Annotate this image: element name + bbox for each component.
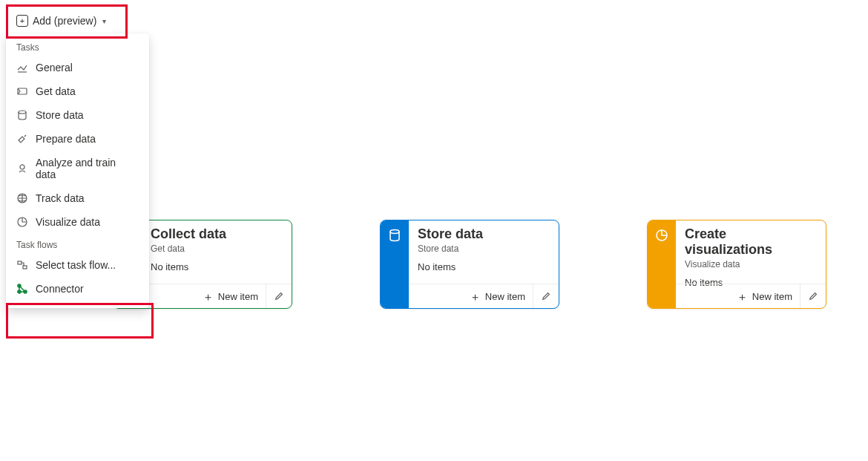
menu-section-tasks: Tasks [6, 36, 149, 56]
menu-item-label: Prepare data [36, 133, 96, 145]
svg-point-2 [20, 165, 24, 169]
menu-item-label: Analyze and train data [36, 157, 139, 180]
card-footer: ＋ New item [676, 284, 826, 308]
card-subtitle: Visualize data [685, 259, 817, 269]
track-data-icon [16, 192, 28, 204]
svg-rect-5 [18, 261, 22, 264]
connector-icon [16, 283, 28, 295]
svg-point-9 [18, 290, 21, 293]
menu-item-get-data[interactable]: Get data [6, 79, 149, 103]
card-footer: ＋ New item [409, 284, 559, 308]
menu-item-visualize[interactable]: Visualize data [6, 210, 149, 234]
menu-section-task-flows: Task flows [6, 234, 149, 253]
menu-item-label: Connector [36, 283, 84, 295]
card-subtitle: Store data [418, 243, 550, 254]
visualize-icon [16, 216, 28, 228]
menu-item-label: General [36, 62, 73, 73]
plus-box-icon: + [16, 15, 28, 27]
menu-item-select-task-flow[interactable]: Select task flow... [6, 253, 149, 277]
menu-item-store-data[interactable]: Store data [6, 103, 149, 127]
plus-icon: ＋ [470, 291, 481, 302]
new-item-label: New item [218, 291, 258, 302]
card-status: No items [151, 261, 283, 272]
plus-icon: ＋ [203, 291, 214, 302]
edit-button[interactable] [800, 284, 826, 308]
card-accent [648, 220, 676, 308]
card-title: Store data [418, 226, 550, 242]
card-title: Collect data [151, 226, 283, 242]
svg-point-7 [18, 284, 21, 287]
general-icon [16, 62, 28, 73]
menu-item-label: Track data [36, 192, 85, 204]
card-subtitle: Get data [151, 243, 283, 254]
edit-button[interactable] [266, 284, 292, 308]
menu-item-general[interactable]: General [6, 56, 149, 79]
prepare-data-icon [16, 133, 28, 145]
edit-button[interactable] [533, 284, 559, 308]
card-footer: ＋ New item [142, 284, 292, 308]
store-data-icon [16, 109, 28, 121]
new-item-button[interactable]: ＋ New item [409, 284, 533, 308]
menu-item-label: Select task flow... [36, 259, 116, 271]
select-task-flow-icon [16, 259, 28, 271]
card-title: Create visualizations [685, 226, 817, 258]
svg-point-1 [19, 111, 26, 114]
pencil-icon [274, 291, 284, 301]
new-item-label: New item [752, 291, 792, 302]
chevron-down-icon: ▾ [102, 17, 106, 25]
menu-item-label: Get data [36, 85, 76, 97]
menu-item-prepare-data[interactable]: Prepare data [6, 127, 149, 151]
svg-rect-0 [18, 88, 27, 94]
get-data-icon [16, 85, 28, 97]
add-dropdown-menu: Tasks General Get data Store data Prepar… [6, 33, 149, 308]
task-card-create-visualizations[interactable]: Create visualizations Visualize data No … [647, 220, 826, 309]
new-item-button[interactable]: ＋ New item [142, 284, 266, 308]
add-preview-button[interactable]: + Add (preview) ▾ [10, 9, 112, 33]
menu-item-label: Visualize data [36, 216, 100, 228]
menu-item-track-data[interactable]: Track data [6, 186, 149, 210]
task-card-store-data[interactable]: Store data Store data No items ＋ New ite… [380, 220, 559, 309]
add-button-label: Add (preview) [33, 15, 96, 27]
pencil-icon [808, 291, 818, 301]
card-status: No items [418, 261, 550, 272]
menu-item-label: Store data [36, 109, 84, 121]
card-accent [381, 220, 409, 308]
menu-item-analyze[interactable]: Analyze and train data [6, 151, 149, 186]
menu-item-connector[interactable]: Connector [6, 277, 149, 301]
svg-point-11 [390, 230, 399, 234]
new-item-button[interactable]: ＋ New item [676, 284, 800, 308]
svg-point-8 [24, 290, 27, 293]
analyze-icon [16, 163, 28, 174]
pencil-icon [541, 291, 551, 301]
svg-rect-6 [23, 266, 27, 269]
plus-icon: ＋ [737, 291, 748, 302]
new-item-label: New item [485, 291, 525, 302]
